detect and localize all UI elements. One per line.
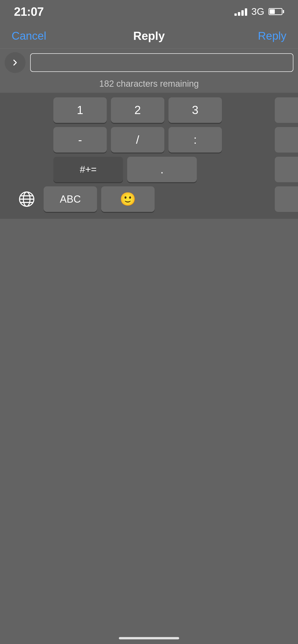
cancel-button[interactable]: Cancel [12, 30, 46, 42]
chars-remaining-label: 182 characters remaining [0, 76, 298, 91]
globe-icon [18, 190, 36, 208]
input-area [0, 49, 298, 76]
keyboard-bottom-row: ABC 🙂 [0, 186, 298, 212]
status-bar: 21:07 3G [0, 0, 298, 23]
key-partial-bottom [275, 186, 298, 212]
key-slash[interactable]: / [111, 127, 164, 152]
home-indicator [119, 637, 179, 639]
key-colon[interactable]: : [168, 127, 222, 152]
key-period[interactable]: . [127, 157, 197, 182]
keyboard-row-3: #+= . [0, 157, 298, 182]
globe-button[interactable] [14, 186, 40, 212]
send-button[interactable] [5, 52, 26, 73]
key-partial-special [275, 157, 298, 182]
content-area [0, 246, 298, 626]
battery-icon [268, 8, 284, 15]
reply-text-input[interactable] [30, 53, 293, 72]
status-right-icons: 3G [234, 6, 284, 17]
battery-tip [283, 10, 284, 13]
key-2[interactable]: 2 [111, 97, 164, 123]
signal-bar-3 [241, 10, 244, 16]
keyboard-area: 1 2 3 - / : #+= . ABC 🙂 [0, 93, 298, 219]
key-abc[interactable]: ABC [44, 186, 97, 212]
signal-bars-icon [234, 8, 247, 16]
network-label: 3G [251, 6, 264, 17]
key-hashtag-plus-equals[interactable]: #+= [53, 157, 123, 182]
reply-button[interactable]: Reply [258, 30, 286, 42]
page-title: Reply [133, 29, 165, 43]
key-partial-4 [275, 97, 298, 123]
key-dash[interactable]: - [53, 127, 107, 152]
keyboard-row-1: 1 2 3 [0, 97, 298, 123]
nav-bar: Cancel Reply Reply [0, 23, 298, 49]
key-partial-symbol [275, 127, 298, 152]
signal-bar-4 [245, 8, 247, 16]
key-3[interactable]: 3 [168, 97, 222, 123]
key-emoji[interactable]: 🙂 [101, 186, 155, 212]
battery-body [268, 8, 282, 15]
battery-fill [270, 9, 275, 14]
arrow-right-icon [10, 58, 20, 68]
signal-bar-2 [238, 12, 240, 16]
signal-bar-1 [234, 14, 237, 16]
status-time: 21:07 [14, 5, 44, 18]
keyboard-row-2: - / : [0, 127, 298, 152]
key-1[interactable]: 1 [53, 97, 107, 123]
